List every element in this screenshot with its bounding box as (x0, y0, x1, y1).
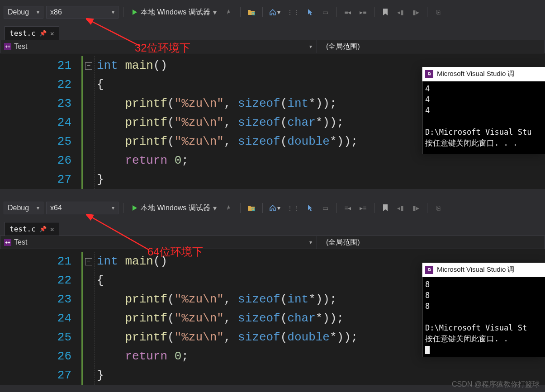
separator (123, 7, 123, 17)
code-line[interactable]: printf("%zu\n", sizeof(double*)); (97, 328, 358, 347)
run-label: 本地 Windows 调试器 (141, 203, 210, 213)
close-icon[interactable]: ✕ (50, 29, 54, 38)
code-line[interactable]: printf("%zu\n", sizeof(char*)); (97, 113, 358, 132)
line-number: 24 (0, 309, 71, 328)
separator (374, 7, 374, 17)
scope-global-text: (全局范围) (326, 42, 360, 52)
code-body[interactable]: int main(){ printf("%zu\n", sizeof(int*)… (95, 56, 358, 189)
flame-icon (226, 204, 233, 212)
separator (240, 7, 241, 17)
tool-icon-2[interactable]: ▭ (319, 6, 332, 19)
console-titlebar[interactable]: ⧉ Microsoft Visual Studio 调 (422, 263, 545, 277)
tab-bar: test.c 📌 ✕ (0, 220, 545, 236)
fold-column[interactable]: − (81, 56, 95, 189)
run-debugger-button[interactable]: 本地 Windows 调试器 ▾ (128, 202, 220, 214)
line-number: 27 (0, 366, 71, 385)
code-line[interactable]: int main() (97, 56, 358, 75)
console-title: Microsoft Visual Studio 调 (437, 70, 514, 78)
code-line[interactable]: printf("%zu\n", sizeof(int*)); (97, 290, 358, 309)
close-icon[interactable]: ✕ (50, 225, 54, 233)
console-titlebar[interactable]: ⧉ Microsoft Visual Studio 调 (422, 67, 545, 81)
chevron-down-icon: ▾ (37, 9, 39, 15)
chevron-down-icon: ▾ (277, 9, 280, 16)
code-line[interactable]: printf("%zu\n", sizeof(char*)); (97, 309, 358, 328)
pointer-button[interactable] (304, 202, 317, 214)
project-scope-dropdown[interactable]: ++ Test ▾ (0, 40, 317, 53)
nav-fwd-button[interactable]: ▮▸ (410, 6, 422, 19)
home-icon (269, 204, 276, 212)
file-tab[interactable]: test.c 📌 ✕ (5, 222, 59, 236)
chevron-down-icon: ▾ (277, 204, 280, 212)
outdent-button[interactable]: ≡◂ (341, 202, 354, 214)
code-line[interactable]: } (97, 170, 358, 189)
project-scope-dropdown[interactable]: ++ Test ▾ (0, 236, 317, 249)
bookmark-button[interactable] (379, 6, 392, 19)
chevron-down-icon: ▾ (213, 8, 217, 17)
code-line[interactable]: } (97, 366, 358, 385)
debug-console: ⧉ Microsoft Visual Studio 调 8 8 8 D:\Mic… (422, 263, 545, 357)
code-body[interactable]: int main(){ printf("%zu\n", sizeof(int*)… (95, 252, 358, 385)
indent-button[interactable]: ▸≡ (357, 6, 370, 19)
tool-icon-1[interactable]: ⋮⋮ (285, 6, 301, 19)
home-button[interactable]: ▾ (267, 202, 282, 214)
config-dropdown[interactable]: Debug ▾ (4, 6, 43, 19)
open-folder-button[interactable] (245, 6, 258, 19)
tab-bar: test.c 📌 ✕ (0, 24, 545, 40)
code-line[interactable]: printf("%zu\n", sizeof(int*)); (97, 94, 358, 113)
console-title: Microsoft Visual Studio 调 (437, 265, 514, 274)
flame-icon (226, 9, 233, 16)
indent-button[interactable]: ▸≡ (357, 202, 370, 214)
svg-line-2 (254, 14, 255, 15)
file-tab[interactable]: test.c 📌 ✕ (5, 26, 59, 40)
nav-back-button[interactable]: ◂▮ (394, 6, 407, 19)
tool-icon-1[interactable]: ⋮⋮ (285, 202, 301, 214)
nav-fwd-button[interactable]: ▮▸ (410, 202, 422, 214)
line-number: 21 (0, 56, 71, 75)
code-line[interactable]: { (97, 75, 358, 94)
fold-toggle[interactable]: − (85, 258, 92, 265)
tool-icon-2[interactable]: ▭ (319, 202, 332, 214)
line-gutter: 21222324252627 (0, 252, 81, 385)
chevron-down-icon: ▾ (112, 9, 114, 15)
platform-dropdown[interactable]: x64 ▾ (46, 202, 118, 214)
global-scope-dropdown[interactable]: (全局范围) (317, 236, 545, 249)
outdent-button[interactable]: ≡◂ (341, 6, 354, 19)
hot-reload-button[interactable] (223, 6, 236, 19)
code-line[interactable]: int main() (97, 252, 358, 271)
code-line[interactable]: return 0; (97, 347, 358, 366)
fold-column[interactable]: − (81, 252, 95, 385)
line-number: 25 (0, 328, 71, 347)
chevron-down-icon: ▾ (37, 205, 39, 211)
chevron-down-icon: ▾ (309, 239, 312, 246)
line-number: 26 (0, 347, 71, 366)
platform-dropdown[interactable]: x86 ▾ (46, 6, 118, 19)
open-folder-button[interactable] (245, 202, 258, 214)
config-dropdown[interactable]: Debug ▾ (4, 202, 43, 214)
svg-marker-4 (133, 205, 137, 211)
home-button[interactable]: ▾ (267, 6, 282, 19)
hot-reload-button[interactable] (223, 202, 236, 214)
global-scope-dropdown[interactable]: (全局范围) (317, 40, 545, 53)
bookmark-icon (383, 9, 388, 16)
bookmark-icon (383, 204, 388, 212)
line-number: 26 (0, 151, 71, 170)
code-line[interactable]: { (97, 271, 358, 290)
project-icon: ++ (4, 43, 11, 50)
run-debugger-button[interactable]: 本地 Windows 调试器 ▾ (128, 6, 220, 19)
bookmark-button[interactable] (379, 202, 392, 214)
pointer-button[interactable] (304, 6, 317, 19)
nav-back-button[interactable]: ◂▮ (394, 202, 407, 214)
pin-icon[interactable]: 📌 (39, 226, 47, 232)
fold-toggle[interactable]: − (85, 62, 92, 70)
code-line[interactable]: return 0; (97, 151, 358, 170)
separator (336, 7, 337, 17)
scope-bar: ++ Test ▾ (全局范围) (0, 236, 545, 249)
tool-icon-3[interactable]: ⎘ (432, 6, 445, 19)
tool-icon-3[interactable]: ⎘ (432, 202, 445, 214)
scope-global-text: (全局范围) (326, 238, 360, 247)
toolbar: Debug ▾ x86 ▾ 本地 Windows 调试器 ▾ ▾ ⋮⋮ ▭ (0, 0, 545, 24)
code-line[interactable]: printf("%zu\n", sizeof(double*)); (97, 132, 358, 151)
pin-icon[interactable]: 📌 (39, 30, 47, 37)
line-number: 24 (0, 113, 71, 132)
separator (262, 7, 263, 17)
